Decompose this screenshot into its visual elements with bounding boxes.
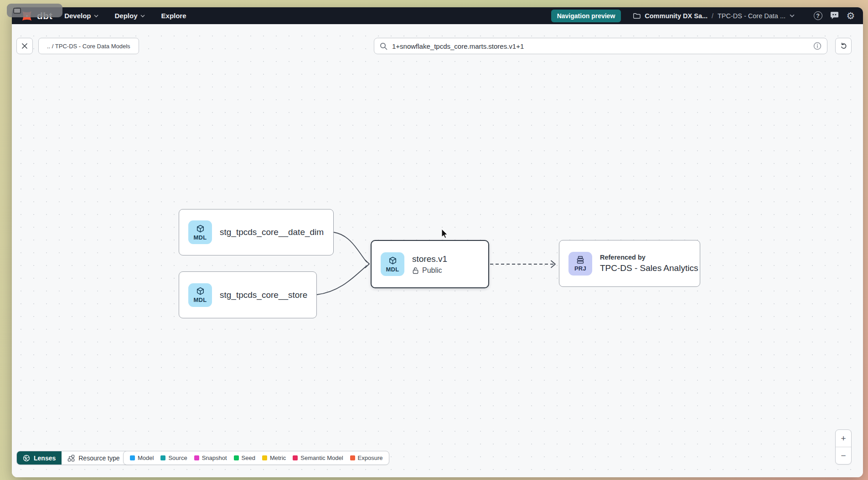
legend-item-seed: Seed [234, 454, 255, 461]
legend-item-source: Source [160, 454, 187, 461]
resource-type-legend: Model Source Snapshot Seed Metric Semant… [123, 451, 389, 465]
legend-label: Source [168, 454, 187, 461]
navigation-preview-badge[interactable]: Navigation preview [551, 10, 621, 22]
refresh-icon [840, 42, 847, 50]
access-label: Public [422, 266, 442, 275]
legend-label: Seed [242, 454, 255, 461]
legend-item-semantic-model: Semantic Model [293, 454, 343, 461]
zoom-in-button[interactable]: + [836, 430, 851, 447]
project-badge: PRJ [568, 252, 592, 276]
node-label: stores.v1 [412, 254, 447, 264]
search-icon [380, 42, 388, 50]
mouse-cursor [441, 229, 450, 239]
zoom-controls: + − [835, 429, 852, 465]
resource-type-label: Resource type [78, 454, 119, 462]
chevron-down-icon [140, 15, 145, 17]
node-stg-tpcds-core-store[interactable]: MDL stg_tpcds_core__store [179, 271, 317, 318]
folder-icon [633, 12, 641, 19]
menu-develop[interactable]: Develop [64, 12, 98, 20]
refresh-button[interactable] [835, 38, 852, 54]
lenses-control: Lenses Resource type [16, 451, 135, 465]
legend-color-source [160, 455, 165, 460]
lenses-button[interactable]: Lenses [17, 451, 62, 465]
legend-color-model [130, 455, 135, 460]
referenced-by-label: Referenced by [600, 254, 698, 261]
lenses-label: Lenses [34, 454, 56, 462]
window-icon [13, 8, 21, 14]
node-text: stores.v1 Public [412, 254, 447, 275]
cube-icon [196, 286, 205, 296]
chevron-down-icon[interactable] [790, 14, 795, 17]
menu-deploy[interactable]: Deploy [115, 12, 145, 20]
node-label: stg_tpcds_core__store [220, 290, 307, 300]
menu-deploy-label: Deploy [115, 12, 138, 20]
menu-explore[interactable]: Explore [161, 12, 186, 20]
menu-explore-label: Explore [161, 12, 186, 20]
node-text: Referenced by TPC-DS - Sales Analytics [600, 254, 698, 273]
gear-icon: ⚙ [847, 11, 855, 20]
feedback-icon [830, 11, 839, 20]
breadcrumb: Community DX Sa... / TPC-DS - Core Data … [633, 12, 795, 20]
close-icon [21, 43, 28, 49]
legend-item-metric: Metric [262, 454, 286, 461]
legend-item-model: Model [130, 454, 154, 461]
top-navbar: dbt Develop Deploy Explore Navigation pr… [12, 7, 863, 24]
legend-color-exposure [350, 455, 355, 460]
node-label: stg_tpcds_core__date_dim [220, 227, 324, 237]
legend-label: Exposure [358, 454, 383, 461]
zoom-out-button[interactable]: − [836, 447, 851, 464]
legend-color-snapshot [194, 455, 199, 460]
window-control-artifact [7, 4, 62, 17]
help-icon: ? [814, 11, 822, 20]
badge-label: PRJ [574, 265, 586, 272]
legend-label: Model [138, 454, 154, 461]
legend-item-exposure: Exposure [350, 454, 383, 461]
graph-nodes-icon [67, 454, 75, 462]
access-row: Public [412, 266, 447, 275]
app-window: dbt Develop Deploy Explore Navigation pr… [12, 7, 863, 477]
menu-develop-label: Develop [64, 12, 91, 20]
cube-icon [388, 256, 398, 266]
help-button[interactable]: ? [813, 11, 823, 21]
breadcrumb-account[interactable]: Community DX Sa... [645, 12, 708, 20]
close-lineage-button[interactable] [16, 38, 33, 54]
node-referenced-by-sales-analytics[interactable]: PRJ Referenced by TPC-DS - Sales Analyti… [559, 240, 700, 287]
unlock-icon [412, 267, 419, 274]
node-stg-tpcds-core-date-dim[interactable]: MDL stg_tpcds_core__date_dim [179, 209, 334, 255]
stack-icon [575, 255, 585, 265]
lens-icon [23, 454, 30, 462]
legend-color-semantic-model [293, 455, 298, 460]
settings-button[interactable]: ⚙ [846, 11, 856, 21]
legend-color-metric [262, 455, 267, 460]
navbar-right: Navigation preview Community DX Sa... / … [551, 10, 856, 22]
selector-input[interactable] [392, 42, 809, 50]
legend-color-seed [234, 455, 239, 460]
badge-label: MDL [193, 234, 207, 241]
model-badge: MDL [381, 252, 404, 276]
legend-item-snapshot: Snapshot [194, 454, 227, 461]
legend-label: Metric [270, 454, 286, 461]
lineage-path-chip[interactable]: .. / TPC-DS - Core Data Models [38, 38, 139, 54]
feedback-button[interactable] [829, 11, 839, 21]
legend-label: Semantic Model [300, 454, 343, 461]
cube-icon [196, 224, 205, 234]
badge-label: MDL [193, 296, 207, 303]
lineage-search[interactable] [374, 38, 827, 54]
model-badge: MDL [188, 283, 212, 307]
info-icon[interactable] [813, 42, 822, 50]
node-label: TPC-DS - Sales Analytics [600, 263, 698, 273]
legend-label: Snapshot [202, 454, 227, 461]
node-stores-v1[interactable]: MDL stores.v1 Public [371, 240, 489, 288]
model-badge: MDL [188, 220, 212, 244]
breadcrumb-separator: / [712, 12, 713, 20]
lineage-canvas[interactable]: .. / TPC-DS - Core Data Models MDL stg_t… [12, 24, 863, 477]
chevron-down-icon [94, 15, 98, 17]
badge-label: MDL [386, 266, 399, 273]
breadcrumb-project[interactable]: TPC-DS - Core Data ... [718, 12, 785, 20]
